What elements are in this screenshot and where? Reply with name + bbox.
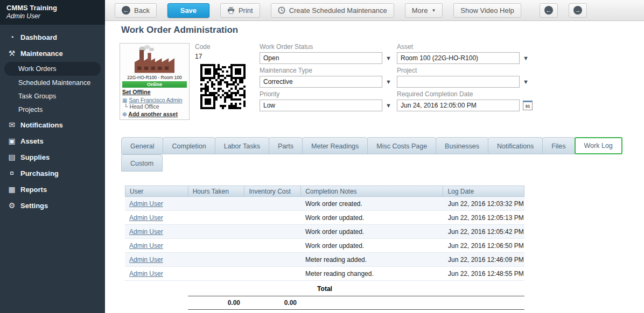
required-completion-date-input[interactable]	[397, 99, 520, 111]
dashboard-icon: ◔	[8, 33, 16, 41]
asset-photo-factory	[127, 45, 183, 75]
sidebar-item-maintenance[interactable]: ⚒ Maintenance	[0, 45, 105, 61]
sidebar-item-label: Purchasing	[20, 169, 59, 177]
sidebar-item-supplies[interactable]: ▤ Supplies	[0, 149, 105, 165]
column-header-inventory-cost[interactable]: Inventory Cost	[244, 186, 301, 196]
sidebar-item-reports[interactable]: ▦ Reports	[0, 181, 105, 197]
business-link[interactable]: San Francisco Admin	[129, 97, 182, 103]
maintenance-type-label: Maintenance Type	[260, 67, 391, 74]
sidebar-item-projects[interactable]: Projects	[0, 103, 105, 116]
back-button-label: Back	[134, 6, 150, 15]
maintenance-type-field: Maintenance Type ▼	[260, 67, 391, 88]
sidebar-item-assets[interactable]: ▣ Assets	[0, 133, 105, 149]
log-date-cell: Jun 22, 2016 12:46:09 PM	[444, 253, 524, 266]
more-button[interactable]: More ▼	[405, 3, 443, 18]
business-row: ▦ San Francisco Admin	[122, 97, 187, 103]
column-header-hours-taken[interactable]: Hours Taken	[188, 186, 245, 196]
dropdown-caret-icon[interactable]: ▼	[523, 79, 529, 85]
sidebar-item-purchasing[interactable]: ¤ Purchasing	[0, 165, 105, 181]
hours-taken-cell	[188, 253, 244, 266]
user-link[interactable]: Admin User	[129, 242, 163, 250]
next-record-button[interactable]: →	[569, 3, 587, 18]
sidebar-item-label: Reports	[20, 186, 47, 194]
tab-parts[interactable]: Parts	[269, 137, 303, 154]
dropdown-caret-icon[interactable]: ▼	[386, 79, 391, 85]
page-title: Work Order Administration	[121, 25, 238, 35]
tab-general[interactable]: General	[121, 137, 163, 154]
required-completion-date-label: Required Completion Date	[397, 90, 533, 98]
maintenance-type-input[interactable]	[260, 76, 382, 88]
dropdown-caret-icon[interactable]: ▼	[523, 55, 529, 61]
work-order-status-field: Work Order Status ▼	[260, 43, 391, 64]
sidebar-nav: ◔ Dashboard ⚒ Maintenance Work Orders Sc…	[0, 25, 105, 214]
column-header-log-date[interactable]: Log Date	[443, 186, 524, 196]
column-header-completion-notes[interactable]: Completion Notes	[301, 186, 443, 196]
next-arrow-icon: →	[573, 6, 582, 15]
save-button[interactable]: Save	[167, 3, 209, 18]
log-date-cell: Jun 22, 2016 12:03:32 PM	[444, 197, 524, 210]
qr-code	[200, 64, 246, 109]
print-button-label: Print	[239, 6, 253, 15]
completion-notes-cell: Work order updated.	[301, 239, 444, 252]
calendar-icon[interactable]: 31	[523, 101, 533, 110]
completion-notes-cell: Meter reading added.	[301, 253, 444, 266]
work-order-status-input[interactable]	[260, 52, 382, 64]
tree-branch-icon: └	[124, 103, 128, 110]
user-link[interactable]: Admin User	[129, 256, 163, 264]
add-circle-icon: ⊕	[122, 111, 127, 117]
set-offline-link[interactable]: Set Offline	[122, 89, 151, 95]
tab-completion[interactable]: Completion	[163, 137, 215, 154]
sidebar-item-notifications[interactable]: ✉ Notifications	[0, 117, 105, 133]
tab-files[interactable]: Files	[542, 137, 575, 154]
print-button[interactable]: Print	[220, 3, 260, 18]
tab-work-log[interactable]: Work Log	[575, 137, 622, 154]
tab-notifications[interactable]: Notifications	[488, 137, 543, 154]
column-header-user[interactable]: User	[125, 186, 188, 196]
project-field: Project ▼	[397, 67, 529, 88]
work-order-status-label: Work Order Status	[260, 43, 391, 51]
printer-icon	[227, 7, 235, 14]
location-row: └ Head Office	[124, 103, 187, 110]
hours-taken-cell	[188, 211, 244, 224]
tab-misc-costs-page[interactable]: Misc Costs Page	[367, 137, 436, 154]
sidebar-item-settings[interactable]: ⚙ Settings	[0, 197, 105, 214]
tab-businesses[interactable]: Businesses	[436, 137, 488, 154]
previous-record-button[interactable]: ←	[540, 3, 558, 18]
back-button[interactable]: ← Back	[115, 3, 157, 18]
add-another-asset-link[interactable]: Add another asset	[128, 111, 178, 117]
tab-meter-readings[interactable]: Meter Readings	[302, 137, 368, 154]
table-row: Admin User Work order updated. Jun 22, 2…	[125, 239, 524, 253]
project-input[interactable]	[397, 76, 520, 88]
code-field: Code 17	[195, 43, 211, 60]
dropdown-caret-icon[interactable]: ▼	[386, 103, 391, 109]
asset-field: Asset ▼	[397, 43, 529, 64]
asset-input[interactable]	[397, 52, 520, 64]
user-link[interactable]: Admin User	[129, 270, 163, 278]
sidebar-item-dashboard[interactable]: ◔ Dashboard	[0, 29, 105, 45]
user-link[interactable]: Admin User	[129, 200, 163, 208]
tab-custom[interactable]: Custom	[121, 154, 163, 172]
total-label: Total	[125, 281, 524, 296]
more-button-label: More	[412, 6, 428, 15]
maintenance-icon: ⚒	[8, 49, 16, 58]
sidebar: CMMS Training Admin User ◔ Dashboard ⚒ M…	[0, 0, 105, 313]
hours-taken-cell	[188, 197, 244, 210]
hours-taken-cell	[188, 239, 244, 252]
sidebar-item-task-groups[interactable]: Task Groups	[0, 90, 105, 103]
asset-label: Asset	[397, 43, 529, 51]
inventory-cost-cell	[244, 225, 301, 238]
app-title: CMMS Training	[6, 4, 99, 12]
tab-bar-row2: Custom	[121, 154, 163, 172]
sidebar-item-label: Dashboard	[20, 33, 57, 41]
dropdown-caret-icon[interactable]: ▼	[386, 55, 391, 61]
priority-input[interactable]	[260, 99, 382, 111]
create-scheduled-maintenance-button[interactable]: Create Scheduled Maintenance	[271, 3, 394, 18]
show-video-help-button[interactable]: Show Video Help	[453, 3, 521, 18]
sidebar-item-work-orders[interactable]: Work Orders	[4, 62, 101, 76]
user-link[interactable]: Admin User	[129, 214, 163, 222]
tab-labor-tasks[interactable]: Labor Tasks	[215, 137, 269, 154]
log-date-cell: Jun 22, 2016 12:48:55 PM	[444, 267, 524, 280]
sidebar-item-scheduled-maintenance[interactable]: Scheduled Maintenance	[0, 76, 105, 89]
sidebar-item-label: Supplies	[20, 153, 50, 161]
user-link[interactable]: Admin User	[129, 228, 163, 236]
